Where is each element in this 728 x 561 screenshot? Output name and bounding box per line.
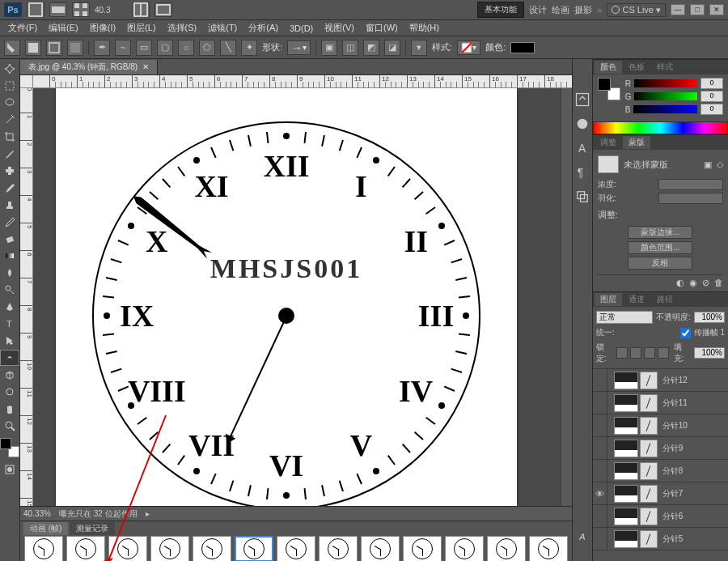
tab-adjustments[interactable]: 调整 xyxy=(595,136,622,149)
menu-select[interactable]: 选择(S) xyxy=(163,20,202,36)
layer-row[interactable]: 分针11 xyxy=(593,392,728,414)
dodge-tool-icon[interactable] xyxy=(0,282,19,298)
shape-picker[interactable]: → ▾ xyxy=(287,40,311,55)
layer-name[interactable]: 分针8 xyxy=(659,465,728,477)
frame-9[interactable]: 91 秒▾ xyxy=(360,536,400,561)
ruler-horizontal[interactable]: 0123456789101112131415161718 xyxy=(33,75,572,88)
pixel-mask-icon[interactable]: ▣ xyxy=(704,159,712,170)
3d-camera-tool-icon[interactable] xyxy=(0,384,19,400)
workspace-design[interactable]: 设计 xyxy=(529,4,547,16)
layer-thumb[interactable] xyxy=(614,417,638,435)
tab-layers[interactable]: 图层 xyxy=(595,293,622,306)
history-brush-tool-icon[interactable] xyxy=(0,214,19,230)
path-icon[interactable] xyxy=(46,40,62,56)
tab-swatches[interactable]: 色板 xyxy=(623,61,650,74)
menu-window[interactable]: 窗口(W) xyxy=(361,20,403,36)
frame-thumb[interactable] xyxy=(487,536,526,561)
layer-visibility-icon[interactable] xyxy=(593,528,607,550)
color-range-button[interactable]: 颜色范围... xyxy=(628,241,692,254)
layer-mask-thumb[interactable] xyxy=(640,462,658,480)
frame-thumb[interactable] xyxy=(193,536,231,561)
layer-name[interactable]: 分针12 xyxy=(659,375,728,386)
layer-row[interactable]: 👁分针7 xyxy=(593,482,728,505)
b-value[interactable]: 0 xyxy=(700,104,723,115)
layer-row[interactable]: 分针6 xyxy=(593,505,728,528)
menu-layer[interactable]: 图层(L) xyxy=(122,20,160,36)
frame-13[interactable]: 131 秒▾ xyxy=(528,536,569,561)
crop-tool-icon[interactable] xyxy=(0,129,19,145)
layer-visibility-icon[interactable] xyxy=(593,437,607,459)
marquee-tool-icon[interactable] xyxy=(0,78,19,94)
layer-visibility-icon[interactable]: 👁 xyxy=(593,482,607,504)
clone-dock-icon[interactable] xyxy=(574,189,590,205)
menu-file[interactable]: 文件(F) xyxy=(3,20,42,36)
shape-rect-icon[interactable]: ▭ xyxy=(136,40,152,56)
layer-row[interactable]: 分针12 xyxy=(593,369,728,392)
frame-thumb[interactable] xyxy=(445,536,484,561)
layer-mask-thumb[interactable] xyxy=(640,372,658,389)
combine-exclude-icon[interactable]: ◪ xyxy=(384,40,400,56)
feather-value[interactable] xyxy=(658,193,723,204)
lasso-tool-icon[interactable] xyxy=(0,95,19,111)
menu-image[interactable]: 图像(I) xyxy=(85,20,121,36)
layer-name[interactable]: 分针9 xyxy=(659,443,728,454)
frame-3[interactable]: 31 秒▾ xyxy=(108,536,148,561)
layer-visibility-icon[interactable] xyxy=(593,460,607,482)
menu-help[interactable]: 帮助(H) xyxy=(404,20,444,36)
shape-tool-icon[interactable] xyxy=(0,350,19,366)
frame-7[interactable]: 71 秒▾ xyxy=(276,536,316,561)
frame-thumb[interactable] xyxy=(150,536,189,561)
r-slider[interactable] xyxy=(634,79,697,87)
frame-10[interactable]: 101 秒▾ xyxy=(402,536,442,561)
layer-mask-thumb[interactable] xyxy=(640,485,658,503)
gradient-tool-icon[interactable] xyxy=(0,248,19,264)
char-dock-icon[interactable]: A xyxy=(574,140,590,156)
heal-tool-icon[interactable] xyxy=(0,163,19,179)
quickmask-icon[interactable] xyxy=(0,461,19,478)
frame-thumb[interactable] xyxy=(319,536,358,561)
layer-row[interactable]: 分针10 xyxy=(593,414,728,437)
layer-visibility-icon[interactable] xyxy=(593,369,607,391)
blend-mode-select[interactable]: 正常 xyxy=(596,311,654,324)
frame-2[interactable]: 21 秒▾ xyxy=(66,536,106,561)
tab-mask[interactable]: 蒙版 xyxy=(623,136,650,149)
layer-visibility-icon[interactable] xyxy=(593,392,607,414)
layer-thumb[interactable] xyxy=(614,440,638,457)
propagate-checkbox[interactable] xyxy=(680,328,691,338)
mask-icon-3[interactable]: ⊘ xyxy=(702,278,709,288)
layer-name[interactable]: 分针5 xyxy=(659,533,728,545)
layer-name[interactable]: 分针10 xyxy=(659,420,728,431)
layer-row[interactable]: 分针9 xyxy=(593,437,728,460)
fill-pixels-icon[interactable] xyxy=(67,40,83,56)
layer-thumb[interactable] xyxy=(614,508,638,525)
layer-thumb[interactable] xyxy=(614,394,638,412)
lock-trans-icon[interactable] xyxy=(616,347,628,359)
shape-ellipse-icon[interactable]: ○ xyxy=(178,40,194,56)
doc-tab[interactable]: 表.jpg @ 40.3% (钟面, RGB/8)✕ xyxy=(20,60,158,74)
layer-name[interactable]: 分针7 xyxy=(659,488,728,499)
close-icon[interactable]: ✕ xyxy=(709,4,724,15)
shape-line-icon[interactable]: ╲ xyxy=(220,40,236,56)
frame-6[interactable]: 61 秒 xyxy=(234,536,274,561)
style-picker[interactable]: ▾ xyxy=(457,40,480,55)
geometry-options-icon[interactable]: ▾ xyxy=(411,40,427,56)
layer-thumb[interactable] xyxy=(614,530,638,548)
lock-pos-icon[interactable] xyxy=(644,347,655,359)
shape-polygon-icon[interactable]: ⬠ xyxy=(199,40,215,56)
r-value[interactable]: 0 xyxy=(700,78,723,89)
view-extras-icon[interactable] xyxy=(72,2,90,17)
status-zoom[interactable]: 40.33% xyxy=(23,509,51,518)
lock-all-icon[interactable] xyxy=(658,347,669,359)
stamp-tool-icon[interactable] xyxy=(0,197,19,213)
layer-mask-thumb[interactable] xyxy=(640,440,658,457)
3d-tool-icon[interactable] xyxy=(0,367,19,383)
layer-thumb[interactable] xyxy=(614,462,638,480)
ruler-origin[interactable] xyxy=(20,75,33,88)
combine-add-icon[interactable]: ▣ xyxy=(321,40,337,56)
frame-5[interactable]: 51 秒▾ xyxy=(192,536,232,561)
ruler-vertical[interactable]: 012345678910111213141516 xyxy=(20,88,33,506)
menu-3d[interactable]: 3D(D) xyxy=(285,22,318,35)
layer-name[interactable]: 分针6 xyxy=(659,511,728,522)
canvas-scrollbar-v[interactable] xyxy=(561,88,572,506)
menu-filter[interactable]: 滤镜(T) xyxy=(203,20,242,36)
